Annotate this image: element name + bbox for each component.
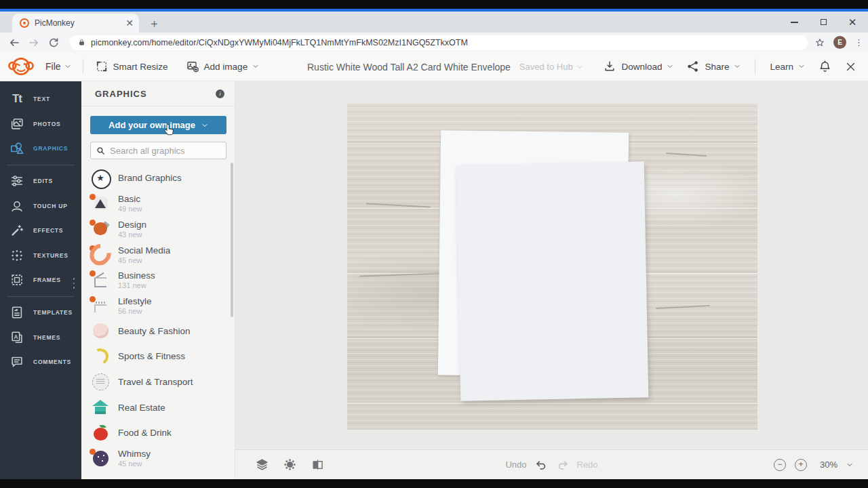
category-text: Beauty & Fashion [118,326,191,336]
sidebar-divider [7,165,75,165]
window-minimize-button[interactable] [789,18,799,27]
sidebar-item-themes[interactable]: THEMES [0,325,81,350]
browser-tab-picmonkey[interactable]: PicMonkey ✕ [12,14,139,33]
category-text: Lifestyle56 new [118,296,152,315]
sidebar-item-label: TEXT [33,96,50,102]
add-your-own-image-button[interactable]: Add your own image [90,116,226,134]
category-whimsy[interactable]: Whimsy45 new [90,446,235,472]
back-icon[interactable] [8,37,20,49]
zoom-out-icon[interactable]: − [774,459,786,471]
sidebar-divider [7,296,75,297]
tab-close-icon[interactable]: ✕ [125,18,134,28]
category-brand-graphics[interactable]: Brand Graphics [90,165,235,191]
category-label: Whimsy [118,449,151,459]
sidebar-item-frames[interactable]: FRAMES [0,268,81,293]
settings-gear-icon[interactable] [283,458,297,472]
category-beauty-fashion[interactable]: Beauty & Fashion [90,319,235,344]
zoom-level[interactable]: 30% [820,460,837,470]
sidebar-item-edits[interactable]: EDITS [0,169,81,194]
whimsy-category-icon [90,448,111,468]
graphics-category-list: Brand GraphicsBasic49 newDesign43 newSoc… [81,165,235,479]
toolbar-divider [755,59,755,74]
category-basic[interactable]: Basic49 new [90,191,235,217]
sidebar-item-label: THEMES [33,334,60,341]
category-social-media[interactable]: Social Media45 new [90,242,235,268]
file-menu-label: File [45,61,61,72]
sidebar-item-graphics[interactable]: GRAPHICS [0,136,81,161]
graphics-panel: GRAPHICS i Add your own image Brand Grap… [81,81,235,479]
search-input[interactable] [110,146,220,156]
templates-icon [9,304,25,321]
flip-icon[interactable] [311,458,325,472]
add-image-button[interactable]: Add image [186,60,260,73]
browser-menu-icon[interactable]: ⋮ [854,40,860,45]
notifications-bell-icon[interactable] [818,60,832,74]
comments-icon [9,354,25,370]
window-maximize-button[interactable] [818,18,828,27]
learn-label: Learn [770,62,793,72]
category-business[interactable]: Business131 new [90,267,235,293]
category-label: Beauty & Fashion [118,326,191,336]
category-real-estate[interactable]: Real Estate [90,394,235,420]
info-icon[interactable]: i [216,89,224,98]
file-menu-button[interactable]: File [45,61,71,72]
toolbar-right-group: Download Share Learn [603,59,868,74]
category-text: Sports & Fitness [118,351,185,361]
share-label: Share [705,62,729,72]
category-new-count: 45 new [118,460,151,468]
lock-icon [78,38,85,47]
graphics-icon [9,140,25,157]
sidebar-item-textures[interactable]: TEXTURES [0,243,81,268]
url-text: picmonkey.com/home/editor/CiQxNDgxYWMyMi… [91,38,468,47]
reload-icon[interactable] [47,37,60,49]
new-dot [90,245,96,251]
canvas-tools-group [255,458,325,472]
chevron-down-icon[interactable] [846,462,853,468]
category-food-drink[interactable]: Food & Drink [90,420,235,446]
layers-icon[interactable] [255,458,269,472]
design-canvas[interactable] [347,103,757,430]
new-tab-button[interactable]: ＋ [149,18,160,29]
share-icon [686,60,700,73]
picmonkey-logo-icon[interactable] [7,54,35,79]
learn-button[interactable]: Learn [770,62,805,72]
window-controls: ✕ [789,12,861,33]
category-text: Travel & Transport [118,377,193,387]
sidebar-item-touch-up[interactable]: TOUCH UP [0,193,81,218]
design-category-icon [90,219,111,239]
category-text: Business131 new [118,270,155,289]
saved-status[interactable]: Saved to Hub [519,62,583,72]
white-card-layer[interactable] [456,161,649,401]
undo-icon[interactable] [534,458,549,472]
sidebar-item-label: EDITS [33,178,53,184]
smart-resize-label: Smart Resize [113,62,168,72]
sidebar-item-label: FRAMES [33,277,61,283]
business-category-icon [90,270,111,290]
smart-resize-icon [95,60,108,73]
address-bar[interactable]: picmonkey.com/home/editor/CiQxNDgxYWMyMi… [70,35,808,50]
document-title[interactable]: Rustic White Wood Tall A2 Card White Env… [307,62,511,73]
category-travel-transport[interactable]: Travel & Transport [90,369,235,395]
category-sports-fitness[interactable]: Sports & Fitness [90,344,235,369]
category-lifestyle[interactable]: Lifestyle56 new [90,293,235,319]
forward-icon[interactable] [28,37,40,49]
sidebar-item-templates[interactable]: TEMPLATES [0,300,81,325]
panel-scrollbar-thumb[interactable] [231,163,233,317]
sidebar-item-comments[interactable]: COMMENTS [0,350,81,375]
sidebar-item-text[interactable]: TtTEXT [0,87,81,112]
close-editor-icon[interactable] [845,61,856,73]
share-button[interactable]: Share [686,60,741,73]
window-close-button[interactable]: ✕ [848,18,857,27]
download-button[interactable]: Download [603,60,673,73]
browser-avatar[interactable]: E [833,36,846,49]
sidebar-item-effects[interactable]: EFFECTS [0,218,81,243]
redo-icon[interactable] [555,458,570,472]
sidebar-item-photos[interactable]: PHOTOS [0,112,81,137]
smart-resize-button[interactable]: Smart Resize [95,60,168,73]
frames-icon [9,272,25,288]
category-design[interactable]: Design43 new [90,216,235,242]
bookmark-star-icon[interactable] [814,37,825,48]
panel-resize-handle-icon[interactable] [73,278,75,289]
category-text: Real Estate [118,403,165,413]
zoom-in-icon[interactable]: + [795,459,807,471]
